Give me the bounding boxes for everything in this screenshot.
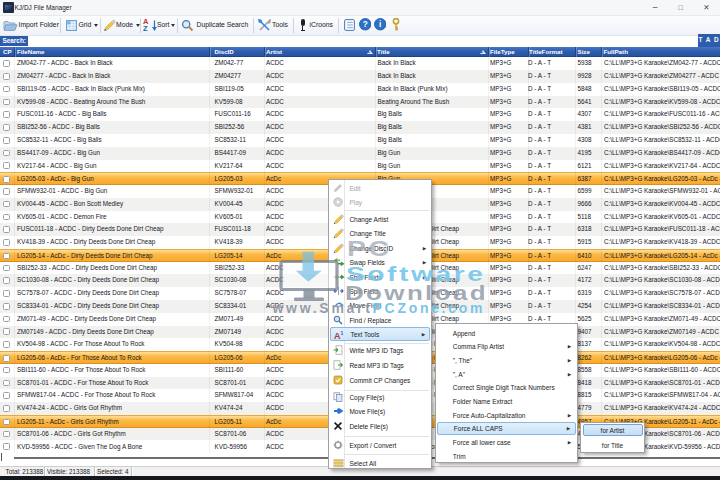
svg-text:?: ? [362, 20, 367, 29]
svg-text:i: i [379, 20, 381, 29]
